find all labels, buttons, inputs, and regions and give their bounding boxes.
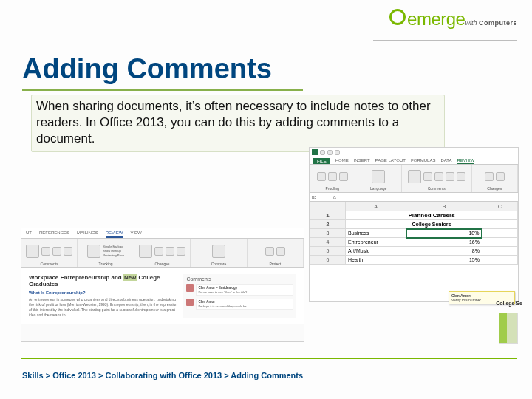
title-underline: [22, 89, 303, 91]
corner-cell[interactable]: [310, 202, 346, 211]
undo-icon[interactable]: [327, 150, 332, 155]
comment-item[interactable]: Clen Amor – EmidealogyDo we need to use …: [186, 284, 293, 296]
group-tracking: Simple Markup Show Markup Reviewing Pane…: [78, 239, 134, 267]
tab-file[interactable]: FILE: [313, 158, 330, 164]
tab-data[interactable]: DATA: [440, 158, 451, 164]
fx-icon[interactable]: fx: [330, 195, 339, 200]
cell[interactable]: 15%: [406, 256, 482, 265]
save-icon[interactable]: [320, 150, 325, 155]
group-changes: Changes: [134, 239, 191, 267]
col-header[interactable]: B: [406, 202, 482, 211]
group-label: Proofing: [325, 186, 339, 191]
next-comment-icon[interactable]: [64, 247, 72, 256]
cell[interactable]: Health: [346, 256, 406, 265]
excel-quickbar: [310, 148, 518, 157]
cell[interactable]: Business: [346, 229, 406, 238]
row-header[interactable]: 2: [310, 220, 346, 229]
cell[interactable]: Entrepreneur: [346, 238, 406, 247]
reject-icon[interactable]: [154, 247, 163, 256]
tab-review[interactable]: REVIEW: [457, 158, 475, 164]
avatar-icon: [186, 284, 194, 292]
simple-markup[interactable]: Simple Markup: [103, 245, 124, 248]
cell[interactable]: 8%: [406, 247, 482, 256]
group-label: Tracking: [99, 262, 113, 266]
prev-comment-icon[interactable]: [52, 247, 61, 256]
tab-home[interactable]: HOME: [335, 158, 349, 164]
logo-subtext: with Computers: [465, 19, 517, 27]
cell[interactable]: [482, 247, 517, 256]
new-comment-icon[interactable]: [408, 170, 421, 183]
col-header[interactable]: C: [482, 202, 517, 211]
doc-title: Workplace Entrepreneurship and New Colle…: [29, 274, 178, 287]
tab-mailings[interactable]: MAILINGS: [77, 231, 98, 238]
research-icon[interactable]: [328, 172, 337, 181]
selected-cell[interactable]: 18%: [406, 229, 482, 238]
excel-ribbon: Proofing Language Comments Changes: [310, 165, 518, 193]
new-comment-icon[interactable]: [26, 245, 39, 258]
worksheet[interactable]: A B C 1 Planned Careers 2 College Senior…: [310, 202, 518, 265]
sheet-title[interactable]: Planned Careers: [346, 211, 518, 220]
footer-accent-line: [21, 358, 517, 359]
row-header[interactable]: 4: [310, 238, 346, 247]
row-header[interactable]: 6: [310, 256, 346, 265]
cell[interactable]: [482, 238, 517, 247]
col-header[interactable]: A: [346, 202, 406, 211]
translate-icon[interactable]: [372, 170, 385, 183]
block-authors-icon[interactable]: [265, 247, 274, 256]
spelling-icon[interactable]: [317, 172, 326, 181]
showhide-comment-icon[interactable]: [457, 172, 466, 181]
footer-divider: [21, 361, 517, 361]
avatar-icon: [186, 299, 194, 306]
group-comments: Comments: [21, 239, 78, 267]
reviewing-pane[interactable]: Reviewing Pane: [103, 253, 124, 257]
group-proofing: Proofing: [310, 165, 355, 192]
group-label: Changes: [487, 186, 502, 191]
protect-wb-icon[interactable]: [496, 172, 505, 181]
prev-change-icon[interactable]: [166, 247, 174, 256]
comment-item[interactable]: Clen AmorPerhaps it is assumed they woul…: [186, 299, 293, 310]
row-header[interactable]: 3: [310, 229, 346, 238]
chart-fragment-icon: [499, 313, 518, 344]
prev-comment-icon[interactable]: [434, 172, 443, 181]
group-label: Language: [370, 186, 386, 191]
cell[interactable]: 16%: [406, 238, 482, 247]
restrict-editing-icon[interactable]: [276, 247, 285, 256]
tab-review[interactable]: REVIEW: [106, 231, 123, 238]
doc-paragraph: An entrepreneur is someone who organizes…: [29, 297, 178, 318]
compare-icon[interactable]: [212, 245, 225, 258]
group-language: Language: [355, 165, 401, 192]
word-document-area: Workplace Entrepreneurship and New Colle…: [21, 268, 304, 324]
group-label: Comments: [41, 262, 58, 266]
cell[interactable]: [482, 229, 517, 238]
thesaurus-icon[interactable]: [339, 172, 348, 181]
accept-icon[interactable]: [139, 245, 152, 258]
delete-comment-icon[interactable]: [41, 247, 50, 256]
group-changes: Changes: [472, 165, 518, 192]
delete-comment-icon[interactable]: [423, 172, 432, 181]
redo-icon[interactable]: [335, 150, 340, 155]
tab-references[interactable]: REFERENCES: [39, 231, 69, 238]
tab-ut[interactable]: UT: [26, 231, 32, 238]
next-change-icon[interactable]: [177, 247, 185, 256]
group-compare: Compare: [191, 239, 247, 267]
row-header[interactable]: 1: [310, 211, 346, 220]
comments-header: Comments: [186, 276, 293, 282]
group-protect: Protect: [248, 239, 304, 267]
top-divider: [373, 40, 517, 41]
word-tabs: UT REFERENCES MAILINGS REVIEW VIEW: [21, 228, 304, 239]
next-comment-icon[interactable]: [446, 172, 454, 181]
name-box[interactable]: B3: [310, 195, 330, 200]
row-header[interactable]: 5: [310, 247, 346, 256]
cell[interactable]: Art/Music: [346, 247, 406, 256]
track-changes-icon[interactable]: [87, 245, 100, 258]
brand-logo: emerge with Computers: [389, 9, 517, 30]
tab-pagelayout[interactable]: PAGE LAYOUT: [375, 158, 406, 164]
group-comments: Comments: [402, 165, 472, 192]
tab-view[interactable]: VIEW: [130, 231, 141, 238]
show-markup[interactable]: Show Markup: [103, 249, 124, 253]
tab-formulas[interactable]: FORMULAS: [411, 158, 435, 164]
cell[interactable]: [482, 256, 517, 265]
protect-sheet-icon[interactable]: [485, 172, 494, 181]
sheet-subtitle[interactable]: College Seniors: [346, 220, 518, 229]
tab-insert[interactable]: INSERT: [354, 158, 370, 164]
